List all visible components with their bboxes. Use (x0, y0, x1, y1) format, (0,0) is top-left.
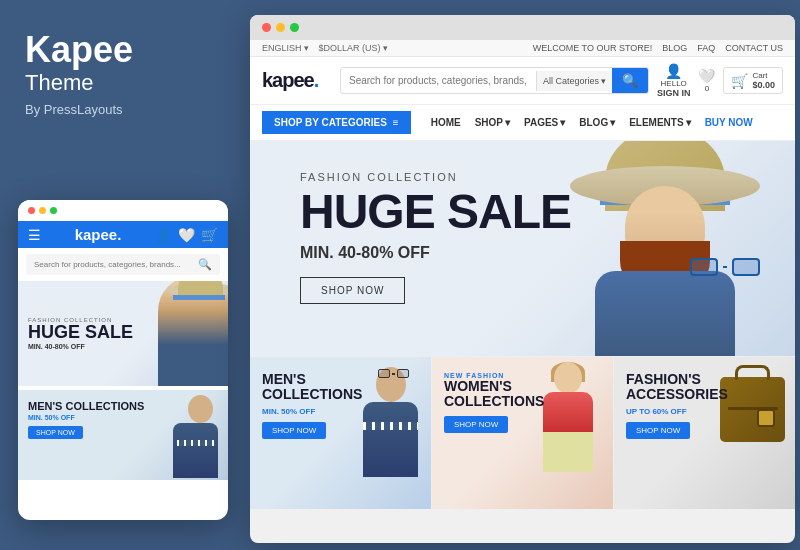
shop-by-categories-button[interactable]: SHOP BY CATEGORIES ≡ (262, 111, 411, 134)
mobile-hero-image (148, 281, 228, 386)
hero-fashion-label: FASHION COLLECTION (300, 171, 571, 183)
util-bar-left: ENGLISH ▾ $DOLLAR (US) ▾ (262, 43, 388, 53)
mobile-hero-text: FASHION COLLECTION HUGE SALE MIN. 40-80%… (18, 309, 143, 358)
mens-person-image (351, 367, 431, 507)
bag-handle (735, 365, 770, 380)
cart-icon: 🛒 (731, 73, 748, 89)
person-body (595, 271, 735, 356)
bp-lens-left (378, 369, 390, 378)
nav-actions: 👤 HELLO SIGN IN 🤍 0 🛒 Cart $0.00 (657, 63, 783, 98)
product-banners: MEN'SCOLLECTIONS MIN. 50% OFF SHOP NOW (250, 356, 795, 509)
contact-link[interactable]: CONTACT US (725, 43, 783, 53)
brand-by: By PressLayouts (25, 102, 220, 117)
womens-banner-title: WOMEN'SCOLLECTIONS (444, 379, 544, 410)
blog-link[interactable]: BLOG (662, 43, 687, 53)
womens-banner-text: NEW FASHION WOMEN'SCOLLECTIONS SHOP NOW (444, 372, 544, 433)
mobile-min-off: MIN. 40-80% OFF (28, 343, 133, 350)
faq-link[interactable]: FAQ (697, 43, 715, 53)
nav-pages[interactable]: PAGES ▾ (524, 117, 565, 128)
search-input[interactable] (341, 70, 536, 91)
shop-chevron-icon: ▾ (505, 117, 510, 128)
cart-action[interactable]: 🛒 Cart $0.00 (723, 67, 783, 94)
blog-chevron-icon: ▾ (610, 117, 615, 128)
wishlist-count: 0 (705, 84, 709, 93)
womens-shop-now-button[interactable]: SHOP NOW (444, 416, 508, 433)
glass-bridge (723, 266, 728, 268)
bag-illustration (720, 377, 785, 442)
logo-dot: . (314, 69, 319, 91)
mobile-hero: FASHION COLLECTION HUGE SALE MIN. 40-80%… (18, 281, 228, 386)
mobile-search-input[interactable] (34, 260, 198, 269)
language-selector[interactable]: ENGLISH ▾ (262, 43, 309, 53)
cart-label: Cart (752, 71, 775, 80)
hero-shop-now-button[interactable]: SHOP NOW (300, 277, 405, 304)
lang-chevron-icon: ▾ (304, 43, 309, 53)
mobile-mens-banner: MEN'S COLLECTIONS MIN. 50% OFF SHOP NOW (18, 390, 228, 480)
signin-action[interactable]: 👤 HELLO SIGN IN (657, 63, 691, 98)
wishlist-icon: 🤍 (698, 68, 715, 84)
mens-sale-pct: MIN. 50% OFF (262, 407, 362, 416)
util-bar-right: WELCOME TO OUR STORE! BLOG FAQ CONTACT U… (533, 43, 783, 53)
accessories-shop-now-button[interactable]: SHOP NOW (626, 422, 690, 439)
mobile-search-bar[interactable]: 🔍 (26, 254, 220, 275)
utility-bar: ENGLISH ▾ $DOLLAR (US) ▾ WELCOME TO OUR … (250, 40, 795, 57)
accessories-banner-title: FASHION'SACCESSORIES (626, 372, 728, 403)
desktop-dot-green (290, 23, 299, 32)
glasses (690, 258, 760, 278)
bp-shirt (363, 422, 418, 430)
mobile-cart-icon[interactable]: 🛒 (201, 227, 218, 243)
signin-text: SIGN IN (657, 88, 691, 98)
bp-bridge (392, 373, 395, 375)
nav-shop[interactable]: SHOP ▾ (475, 117, 510, 128)
search-bar[interactable]: All Categories ▾ 🔍 (340, 67, 649, 94)
mobile-menu-icon[interactable]: ☰ (28, 227, 41, 243)
search-button[interactable]: 🔍 (612, 68, 648, 93)
mobile-titlebar (18, 200, 228, 221)
womens-body (543, 392, 593, 472)
mobile-wishlist-icon[interactable]: 🤍 (178, 227, 195, 243)
bp-body (363, 402, 418, 477)
bag-buckle (757, 409, 775, 427)
hero-min-off: MIN. 40-80% OFF (300, 244, 571, 262)
glass-lens-left (690, 258, 718, 276)
mobile-logo: kapee. (75, 226, 122, 243)
hero-huge-sale: HUGE SALE (300, 188, 571, 236)
accessories-banner: FASHION'SACCESSORIES UP TO 60% OFF SHOP … (614, 357, 795, 509)
nav-elements[interactable]: ELEMENTS ▾ (629, 117, 690, 128)
desktop-dot-red (262, 23, 271, 32)
nav-blog[interactable]: BLOG ▾ (579, 117, 615, 128)
currency-chevron-icon: ▾ (383, 43, 388, 53)
accessories-banner-text: FASHION'SACCESSORIES UP TO 60% OFF SHOP … (626, 372, 728, 439)
mobile-user-icon[interactable]: 👤 (155, 227, 172, 243)
main-navbar: kapee. All Categories ▾ 🔍 👤 HELLO SIGN I… (250, 57, 795, 105)
accessories-image (720, 377, 785, 442)
mobile-dot-green (50, 207, 57, 214)
brand-title: Kapee (25, 30, 220, 70)
mobile-action-icons: 👤 🤍 🛒 (155, 227, 218, 243)
category-bar: SHOP BY CATEGORIES ≡ HOME SHOP ▾ PAGES ▾… (250, 105, 795, 141)
nav-buy-now[interactable]: BUY NOW (705, 117, 753, 128)
mens-shop-now-button[interactable]: SHOP NOW (262, 422, 326, 439)
bp-head (376, 367, 406, 402)
elements-chevron-icon: ▾ (686, 117, 691, 128)
site-logo: kapee. (262, 69, 332, 92)
wishlist-action[interactable]: 🤍 0 (698, 68, 715, 93)
cart-total: $0.00 (752, 80, 775, 90)
mobile-topbar: ☰ kapee. 👤 🤍 🛒 (18, 221, 228, 248)
mens-collections-banner: MEN'SCOLLECTIONS MIN. 50% OFF SHOP NOW (250, 357, 432, 509)
mobile-search-icon[interactable]: 🔍 (198, 258, 212, 271)
mens-banner-text: MEN'SCOLLECTIONS MIN. 50% OFF SHOP NOW (262, 372, 362, 439)
brand-subtitle: Theme (25, 70, 220, 96)
currency-selector[interactable]: $DOLLAR (US) ▾ (319, 43, 388, 53)
category-dropdown[interactable]: All Categories ▾ (536, 71, 612, 91)
accessories-sale-pct: UP TO 60% OFF (626, 407, 728, 416)
womens-collections-banner: NEW FASHION WOMEN'SCOLLECTIONS SHOP NOW (432, 357, 614, 509)
desktop-dot-yellow (276, 23, 285, 32)
nav-home[interactable]: HOME (431, 117, 461, 128)
welcome-text: WELCOME TO OUR STORE! (533, 43, 653, 53)
pages-chevron-icon: ▾ (560, 117, 565, 128)
left-panel: Kapee Theme By PressLayouts ☰ kapee. 👤 🤍… (0, 0, 245, 550)
mobile-dot-yellow (39, 207, 46, 214)
mobile-mockup: ☰ kapee. 👤 🤍 🛒 🔍 FASHION COLLECTION HUGE… (18, 200, 228, 520)
mobile-shop-now-button[interactable]: SHOP NOW (28, 426, 83, 439)
